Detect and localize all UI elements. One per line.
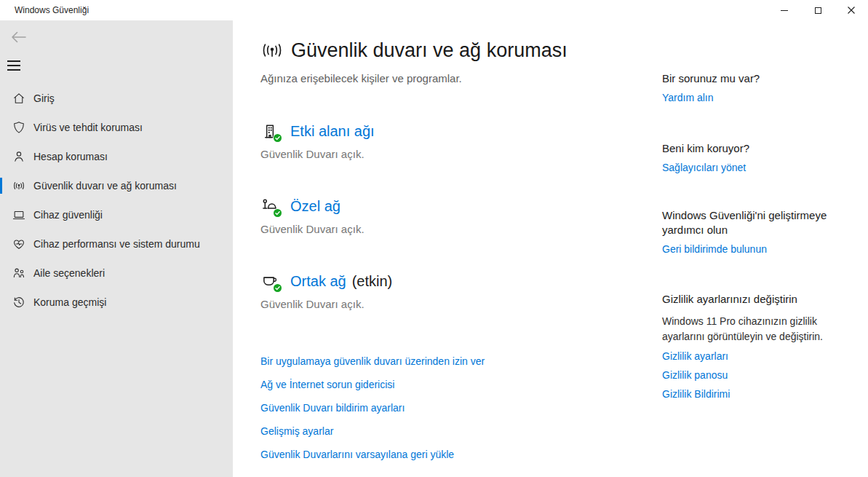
- maximize-button[interactable]: [801, 0, 835, 20]
- sidebar-item-label: Virüs ve tehdit koruması: [33, 122, 143, 133]
- manage-providers-link[interactable]: Sağlayıcıları yönet: [662, 162, 844, 174]
- help-section-question: Bir sorunuz mu var? Yardım alın: [662, 71, 844, 111]
- family-icon: [12, 266, 26, 280]
- check-badge-icon: [273, 133, 282, 143]
- firewall-action-links: Bir uygulamaya güvenlik duvarı üzerinden…: [260, 355, 485, 471]
- domain-network-link[interactable]: Etki alanı ağı: [290, 123, 375, 140]
- firewall-status: Güvenlik Duvarı açık.: [260, 298, 392, 310]
- firewall-status: Güvenlik Duvarı açık.: [260, 223, 365, 235]
- titlebar: Windows Güvenliği: [0, 0, 868, 20]
- check-badge-icon: [273, 283, 282, 293]
- page-subtitle: Ağınıza erişebilecek kişiler ve programl…: [260, 72, 462, 84]
- privacy-description: Windows 11 Pro cihazınızın gizlilik ayar…: [662, 314, 844, 344]
- privacy-dashboard-link[interactable]: Gizlilik panosu: [662, 369, 844, 382]
- privacy-statement-link[interactable]: Gizlilik Bildirimi: [662, 388, 844, 401]
- public-network-link[interactable]: Ortak ağ: [290, 273, 346, 290]
- minimize-button[interactable]: [768, 0, 801, 20]
- sidebar-item-label: Hesap koruması: [33, 151, 108, 162]
- sidebar-item-label: Güvenlik duvarı ve ağ koruması: [33, 180, 177, 192]
- heart-pulse-icon: [12, 237, 26, 251]
- sidebar-item-family[interactable]: Aile seçenekleri: [0, 259, 233, 288]
- back-button[interactable]: [6, 26, 32, 48]
- advanced-settings-link[interactable]: Gelişmiş ayarlar: [260, 425, 333, 438]
- shield-icon: [12, 120, 26, 135]
- domain-network-icon: [260, 122, 279, 141]
- allow-app-link[interactable]: Bir uygulamaya güvenlik duvarı üzerinden…: [260, 355, 485, 368]
- troubleshooter-link[interactable]: Ağ ve İnternet sorun gidericisi: [260, 379, 394, 391]
- sidebar-item-firewall[interactable]: Güvenlik duvarı ve ağ koruması: [0, 171, 233, 200]
- help-section-privacy: Gizlilik ayarlarınızı değiştirin Windows…: [662, 292, 844, 407]
- sidebar-item-label: Cihaz güvenliği: [33, 209, 103, 221]
- window-title: Windows Güvenliği: [15, 5, 89, 15]
- sidebar-item-history[interactable]: Koruma geçmişi: [0, 288, 233, 317]
- history-icon: [12, 295, 26, 310]
- back-arrow-icon: [11, 31, 27, 43]
- network-section-private: Özel ağ Güvenlik Duvarı açık.: [260, 196, 365, 235]
- sidebar-item-label: Aile seçenekleri: [33, 267, 105, 279]
- network-section-domain: Etki alanı ağı Güvenlik Duvarı açık.: [260, 121, 381, 160]
- window-controls: [768, 0, 868, 20]
- privacy-settings-link[interactable]: Gizlilik ayarları: [662, 350, 844, 363]
- sidebar-item-account[interactable]: Hesap koruması: [0, 142, 233, 171]
- sidebar-item-label: Koruma geçmişi: [33, 296, 106, 308]
- minimize-icon: [781, 10, 788, 11]
- maximize-icon: [815, 7, 821, 14]
- help-section-feedback: Windows Güvenliği'ni geliştirmeye yardım…: [662, 208, 844, 262]
- selected-indicator: [0, 178, 2, 194]
- private-network-icon: [260, 197, 279, 216]
- network-waves-icon: [12, 178, 26, 193]
- sidebar-item-label: Cihaz performansı ve sistem durumu: [33, 238, 200, 250]
- help-heading: Bir sorunuz mu var?: [662, 71, 844, 86]
- home-icon: [12, 91, 26, 106]
- network-active-suffix: (etkin): [352, 273, 393, 290]
- person-icon: [12, 149, 26, 164]
- help-section-protection: Beni kim koruyor? Sağlayıcıları yönet: [662, 141, 844, 181]
- close-icon: [848, 7, 855, 14]
- sidebar-item-device-security[interactable]: Cihaz güvenliği: [0, 200, 233, 229]
- sidebar-item-virus-threat[interactable]: Virüs ve tehdit koruması: [0, 113, 233, 142]
- page-title: Güvenlik duvarı ve ağ koruması: [291, 38, 568, 63]
- menu-button[interactable]: [7, 57, 28, 74]
- close-button[interactable]: [835, 0, 868, 20]
- help-heading: Windows Güvenliği'ni geliştirmeye yardım…: [662, 208, 844, 237]
- help-heading: Beni kim koruyor?: [662, 141, 844, 156]
- get-help-link[interactable]: Yardım alın: [662, 92, 844, 104]
- sidebar-nav: Giriş Virüs ve tehdit koruması Hesap kor…: [0, 84, 233, 317]
- sidebar: Giriş Virüs ve tehdit koruması Hesap kor…: [0, 20, 233, 477]
- sidebar-item-label: Giriş: [33, 92, 55, 104]
- menu-icon: [7, 60, 20, 62]
- private-network-link[interactable]: Özel ağ: [290, 198, 341, 215]
- laptop-icon: [12, 208, 26, 222]
- firewall-page-icon: [259, 37, 285, 63]
- check-badge-icon: [273, 208, 282, 218]
- notification-settings-link[interactable]: Güvenlik Duvarı bildirim ayarları: [260, 402, 405, 414]
- windows-security-window: Windows Güvenliği Giriş: [0, 0, 868, 477]
- help-heading: Gizlilik ayarlarınızı değiştirin: [662, 292, 844, 307]
- sidebar-item-home[interactable]: Giriş: [0, 84, 233, 113]
- firewall-status: Güvenlik Duvarı açık.: [260, 148, 381, 160]
- restore-defaults-link[interactable]: Güvenlik Duvarlarını varsayılana geri yü…: [260, 449, 454, 461]
- network-section-public: Ortak ağ (etkin) Güvenlik Duvarı açık.: [260, 271, 392, 310]
- give-feedback-link[interactable]: Geri bildirimde bulunun: [662, 243, 844, 256]
- sidebar-item-performance[interactable]: Cihaz performansı ve sistem durumu: [0, 229, 233, 259]
- public-network-icon: [260, 272, 279, 291]
